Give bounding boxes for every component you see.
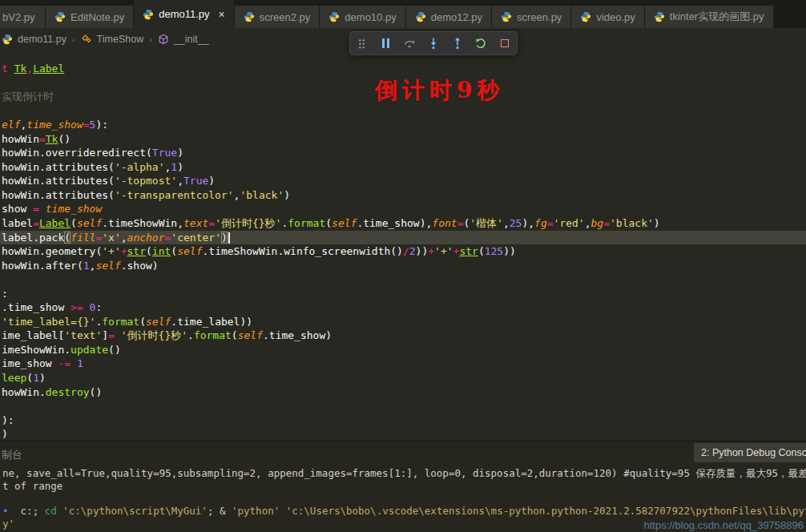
code-token: +	[428, 245, 434, 257]
console-selector-dropdown[interactable]: 2: Python Debug Consc	[694, 443, 806, 462]
code-editor[interactable]: t Tk,Label实现倒计时elf,time_show=5):howWin=T…	[0, 50, 806, 440]
tab[interactable]: EditNote.py	[46, 6, 133, 28]
code-token: )	[284, 189, 290, 201]
code-token: .time_show)	[263, 329, 332, 341]
toolbar-drag-handle-icon[interactable]	[353, 34, 372, 53]
code-line[interactable]: leep(1)	[0, 371, 806, 385]
panel-tab-debug-console[interactable]: 制台	[2, 448, 22, 462]
python-file-icon	[143, 9, 154, 20]
code-token: +	[121, 245, 127, 257]
code-line[interactable]: howWin.after(1,self.show)	[0, 259, 806, 273]
code-token: .time_show),	[357, 217, 432, 229]
tab-active[interactable]: demo11.py×	[134, 0, 234, 28]
code-line[interactable]: ime_show -= 1	[0, 357, 806, 371]
tab[interactable]: screen.py	[492, 6, 570, 28]
class-icon	[81, 34, 92, 45]
code-token: ()	[90, 386, 103, 398]
code-line[interactable]: howWin=Tk()	[0, 132, 806, 147]
step-into-icon	[427, 37, 440, 50]
code-token: 'python'	[232, 505, 286, 517]
code-token: )	[177, 147, 183, 159]
code-token: =	[547, 217, 554, 229]
code-line[interactable]: howWin.destroy()	[0, 385, 806, 400]
code-line[interactable]: :	[0, 287, 806, 301]
code-line[interactable]: howWin.attributes('-transparentcolor','b…	[0, 188, 806, 203]
tab-label: EditNote.py	[71, 11, 124, 23]
console-output-line: t of range	[2, 480, 806, 493]
code-line[interactable]: label=Label(self.timeShowWin,text='倒计时{}…	[0, 216, 806, 231]
code-token: self	[95, 260, 120, 272]
code-line[interactable]	[0, 272, 806, 287]
tab[interactable]: demo10.py	[320, 6, 405, 28]
code-token: (	[146, 245, 152, 257]
step-over-button[interactable]	[400, 34, 419, 53]
code-lines: t Tk,Label实现倒计时elf,time_show=5):howWin=T…	[0, 50, 806, 440]
code-token: (	[71, 217, 77, 229]
code-token: '倒计时{}秒'	[215, 217, 281, 229]
method-icon	[158, 34, 169, 45]
breadcrumb-file[interactable]: demo11.py	[18, 34, 66, 45]
code-line[interactable]: ):	[0, 413, 806, 428]
code-line[interactable]: t Tk,Label	[0, 62, 806, 76]
step-into-button[interactable]	[424, 34, 443, 53]
code-line[interactable]: 'time_label={}'.format(self.time_label))	[0, 315, 806, 329]
close-icon[interactable]: ×	[219, 9, 225, 20]
pause-button[interactable]	[377, 34, 396, 53]
code-token: /	[403, 245, 409, 257]
code-token: &	[220, 505, 232, 517]
code-line[interactable]: ime_label['text']= '倒计时{}秒'.format(self.…	[0, 328, 806, 343]
tab[interactable]: demo12.py	[406, 6, 491, 28]
code-token: 'text'	[64, 329, 102, 341]
code-token: =	[39, 133, 46, 145]
code-line[interactable]: howWin.attributes('-topmost',True)	[0, 174, 806, 188]
tab[interactable]: video.py	[571, 6, 643, 28]
code-line[interactable]: howWin.attributes('-alpha',1)	[0, 160, 806, 175]
code-token: anchor	[127, 232, 165, 244]
code-token: .show)	[121, 260, 159, 272]
code-token: ,	[26, 62, 33, 75]
tab[interactable]: screen2.py	[235, 6, 320, 28]
code-line-current[interactable]: label.pack(fill='x',anchor='center')	[0, 231, 806, 245]
python-file-icon	[654, 11, 665, 22]
code-line[interactable]	[0, 104, 806, 119]
code-token: =	[108, 329, 121, 341]
code-line[interactable]	[0, 399, 806, 413]
code-line[interactable]: imeShowWin.update()	[0, 343, 806, 357]
code-token: imeShowWin.	[2, 344, 71, 356]
code-token: ]	[102, 329, 108, 341]
restart-button[interactable]	[471, 34, 490, 53]
code-token: .	[187, 329, 194, 341]
code-token: 'time_label={}'	[2, 316, 95, 328]
code-line[interactable]: howWin.overrideredirect(True)	[0, 146, 806, 160]
code-token: howWin.attributes(	[2, 161, 115, 173]
code-token: (	[478, 245, 485, 257]
code-token: ))	[416, 245, 429, 257]
tab[interactable]: bV2.py	[0, 6, 45, 28]
code-token: =	[83, 119, 90, 131]
tab[interactable]: tkinter实现的画图.py	[645, 6, 773, 28]
code-token: 1	[83, 260, 90, 272]
code-line[interactable]: .time_show >= 0:	[0, 300, 806, 315]
code-line[interactable]: howWin.geometry('+'+str(int(self.timeSho…	[0, 244, 806, 259]
code-token: Tk	[14, 62, 27, 75]
stop-button[interactable]	[495, 34, 514, 53]
code-line[interactable]: )	[0, 427, 806, 440]
code-token: (	[26, 372, 33, 384]
tab-label: video.py	[596, 11, 635, 23]
breadcrumb-class[interactable]: TimeShow	[97, 34, 144, 45]
code-token: ),	[522, 217, 534, 229]
step-out-button[interactable]	[448, 34, 467, 53]
code-token: -=	[58, 357, 76, 369]
breadcrumb-method[interactable]: __init__	[174, 34, 209, 45]
code-token: )	[208, 175, 215, 187]
console-output-line: ne, save_all=True,quality=95,subsampling…	[2, 467, 806, 480]
tab-label: demo12.py	[431, 11, 482, 23]
code-token: howWin.overrideredirect(	[2, 147, 152, 159]
python-file-icon	[415, 11, 426, 22]
code-token: ime_show	[2, 357, 58, 369]
code-token: ,	[121, 232, 127, 244]
code-line[interactable]: show = time_show	[0, 202, 806, 216]
code-line[interactable]: elf,time_show=5):	[0, 118, 806, 132]
python-file-icon	[328, 11, 340, 22]
code-token: True	[152, 147, 177, 159]
